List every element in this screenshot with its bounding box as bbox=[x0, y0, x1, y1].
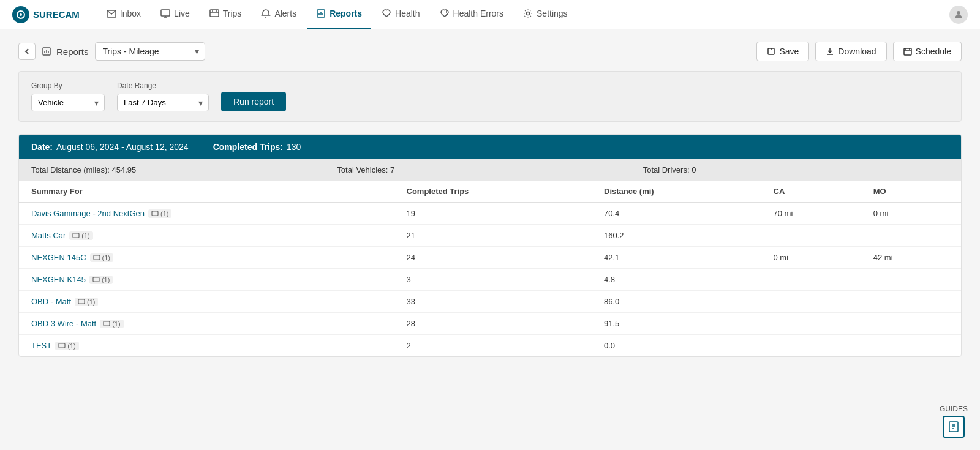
report-area: Date: August 06, 2024 - August 12, 2024 … bbox=[18, 134, 962, 357]
nav-items: Inbox Live Trips Alerts Reports Health bbox=[98, 0, 949, 29]
row-name-link-2[interactable]: NEXGEN 145C (1) bbox=[31, 253, 382, 262]
nav-item-health-errors[interactable]: Health Errors bbox=[431, 0, 512, 29]
cell-mo-6 bbox=[861, 335, 961, 357]
date-summary: Date: August 06, 2024 - August 12, 2024 bbox=[31, 142, 189, 152]
save-button[interactable]: Save bbox=[756, 42, 809, 61]
schedule-button[interactable]: Schedule bbox=[893, 42, 962, 61]
svg-point-17 bbox=[527, 12, 530, 15]
save-icon bbox=[767, 47, 775, 56]
guides-button[interactable]: GUIDES bbox=[940, 405, 968, 438]
page-header: Reports Trips - Mileage Trips - Summary … bbox=[18, 42, 962, 61]
total-vehicles: Total Vehicles: 7 bbox=[337, 165, 643, 174]
cell-trips-6: 2 bbox=[394, 335, 592, 357]
nav-label-health: Health bbox=[395, 9, 420, 18]
nav-label-reports: Reports bbox=[330, 9, 362, 18]
svg-rect-40 bbox=[93, 277, 99, 282]
total-drivers: Total Drivers: 0 bbox=[643, 165, 949, 174]
table-row: NEXGEN 145C (1) 24 42.1 0 mi 42 mi bbox=[19, 247, 961, 269]
group-by-filter: Group By Vehicle Driver ▾ bbox=[31, 81, 105, 111]
row-name-link-0[interactable]: Davis Gammage - 2nd NextGen (1) bbox=[31, 209, 382, 218]
table-row: OBD 3 Wire - Matt (1) 28 91.5 bbox=[19, 313, 961, 335]
nav-item-health[interactable]: Health bbox=[373, 0, 428, 29]
cell-name-6: TEST (1) bbox=[19, 335, 394, 357]
cell-name-1: Matts Car (1) bbox=[19, 225, 394, 247]
run-report-button[interactable]: Run report bbox=[221, 92, 286, 111]
svg-rect-27 bbox=[904, 48, 911, 55]
cell-mo-0: 0 mi bbox=[861, 203, 961, 225]
total-distance: Total Distance (miles): 454.95 bbox=[31, 165, 337, 174]
cell-name-2: NEXGEN 145C (1) bbox=[19, 247, 394, 269]
date-range-select[interactable]: Last 7 Days Last 30 Days Custom Range bbox=[117, 94, 209, 111]
page-header-right: Save Download Schedule bbox=[756, 42, 962, 61]
nav-label-live: Live bbox=[174, 9, 190, 18]
completed-trips-label: Completed Trips: bbox=[213, 142, 283, 152]
download-button[interactable]: Download bbox=[815, 42, 886, 61]
cell-ca-6 bbox=[761, 335, 861, 357]
svg-rect-6 bbox=[210, 10, 219, 17]
table-row: Davis Gammage - 2nd NextGen (1) 19 70.4 … bbox=[19, 203, 961, 225]
date-range-filter: Date Range Last 7 Days Last 30 Days Cust… bbox=[117, 81, 209, 111]
cell-ca-1 bbox=[761, 225, 861, 247]
svg-point-18 bbox=[957, 11, 960, 15]
row-name-link-4[interactable]: OBD - Matt (1) bbox=[31, 297, 382, 306]
filter-bar: Group By Vehicle Driver ▾ Date Range Las… bbox=[18, 71, 962, 122]
total-drivers-label: Total Drivers: bbox=[643, 165, 690, 174]
cell-trips-0: 19 bbox=[394, 203, 592, 225]
total-distance-value: 454.95 bbox=[112, 165, 137, 174]
date-range-select-wrapper: Last 7 Days Last 30 Days Custom Range ▾ bbox=[117, 94, 209, 111]
group-by-label: Group By bbox=[31, 81, 105, 90]
user-avatar[interactable] bbox=[949, 6, 968, 24]
nav-item-live[interactable]: Live bbox=[152, 0, 198, 29]
group-by-select[interactable]: Vehicle Driver bbox=[31, 94, 105, 111]
guides-icon bbox=[943, 416, 965, 438]
cell-ca-3 bbox=[761, 269, 861, 291]
svg-rect-31 bbox=[152, 211, 158, 216]
nav-item-inbox[interactable]: Inbox bbox=[98, 0, 149, 29]
row-name-link-1[interactable]: Matts Car (1) bbox=[31, 231, 382, 240]
nav-label-inbox: Inbox bbox=[120, 9, 141, 18]
report-type-select[interactable]: Trips - Mileage Trips - Summary Driver R… bbox=[95, 42, 205, 61]
nav-label-alerts: Alerts bbox=[274, 9, 296, 18]
table-row: NEXGEN K145 (1) 3 4.8 bbox=[19, 269, 961, 291]
device-badge-3: (1) bbox=[89, 276, 113, 284]
nav-item-alerts[interactable]: Alerts bbox=[252, 0, 305, 29]
totals-row: Total Distance (miles): 454.95 Total Veh… bbox=[19, 159, 961, 181]
table-row: TEST (1) 2 0.0 bbox=[19, 335, 961, 357]
row-name-link-3[interactable]: NEXGEN K145 (1) bbox=[31, 275, 382, 284]
schedule-label: Schedule bbox=[916, 47, 951, 56]
svg-rect-46 bbox=[104, 321, 110, 326]
cell-ca-2: 0 mi bbox=[761, 247, 861, 269]
logo[interactable]: SURECAM bbox=[12, 6, 80, 23]
col-summary-for: Summary For bbox=[19, 181, 394, 203]
row-name-link-5[interactable]: OBD 3 Wire - Matt (1) bbox=[31, 319, 382, 328]
cell-trips-5: 28 bbox=[394, 313, 592, 335]
table-row: Matts Car (1) 21 160.2 bbox=[19, 225, 961, 247]
nav-item-reports[interactable]: Reports bbox=[307, 0, 371, 29]
row-name-link-6[interactable]: TEST (1) bbox=[31, 341, 382, 350]
table-row: OBD - Matt (1) 33 86.0 bbox=[19, 291, 961, 313]
download-label: Download bbox=[838, 47, 876, 56]
cell-distance-1: 160.2 bbox=[592, 225, 761, 247]
table-header: Summary For Completed Trips Distance (mi… bbox=[19, 181, 961, 203]
table-body: Davis Gammage - 2nd NextGen (1) 19 70.4 … bbox=[19, 203, 961, 357]
device-badge-4: (1) bbox=[75, 298, 98, 306]
cell-mo-4 bbox=[861, 291, 961, 313]
nav-item-trips[interactable]: Trips bbox=[201, 0, 251, 29]
total-drivers-value: 0 bbox=[692, 165, 696, 174]
back-button[interactable] bbox=[18, 43, 36, 60]
guides-label: GUIDES bbox=[940, 405, 968, 413]
cell-ca-5 bbox=[761, 313, 861, 335]
device-badge-6: (1) bbox=[55, 342, 78, 350]
cell-ca-0: 70 mi bbox=[761, 203, 861, 225]
cell-name-0: Davis Gammage - 2nd NextGen (1) bbox=[19, 203, 394, 225]
cell-name-4: OBD - Matt (1) bbox=[19, 291, 394, 313]
total-vehicles-label: Total Vehicles: bbox=[337, 165, 388, 174]
svg-rect-34 bbox=[73, 233, 79, 238]
cell-distance-3: 4.8 bbox=[592, 269, 761, 291]
cell-mo-2: 42 mi bbox=[861, 247, 961, 269]
device-badge-1: (1) bbox=[69, 231, 92, 240]
cell-trips-3: 3 bbox=[394, 269, 592, 291]
nav-label-settings: Settings bbox=[537, 9, 568, 18]
group-by-select-wrapper: Vehicle Driver ▾ bbox=[31, 94, 105, 111]
nav-item-settings[interactable]: Settings bbox=[514, 0, 576, 29]
